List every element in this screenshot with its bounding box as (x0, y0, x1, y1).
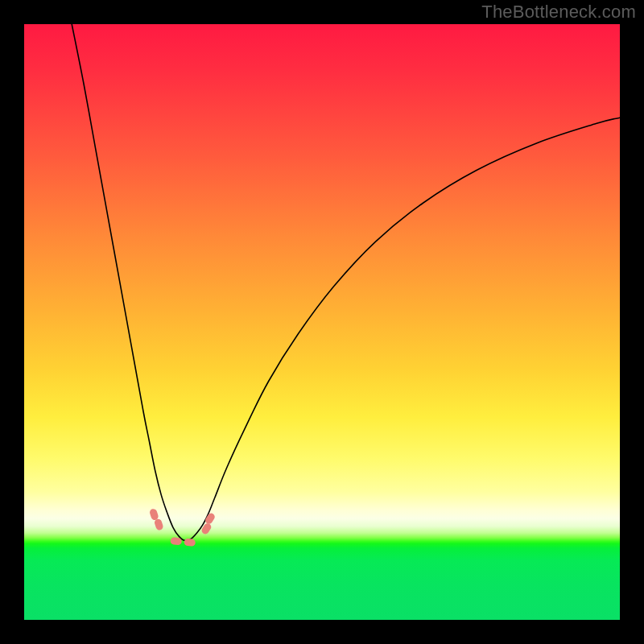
marker-bottom-b (184, 539, 196, 547)
marker-right-lower (200, 522, 213, 535)
marker-group (149, 508, 217, 547)
plot-area (24, 24, 620, 620)
marker-left-upper (149, 508, 159, 521)
marker-left-lower (154, 518, 164, 531)
chart-frame: TheBottleneck.com (0, 0, 644, 644)
curve-svg (24, 24, 620, 620)
bottleneck-curve (72, 24, 620, 541)
watermark-text: TheBottleneck.com (481, 2, 636, 23)
marker-right-upper (204, 512, 216, 526)
